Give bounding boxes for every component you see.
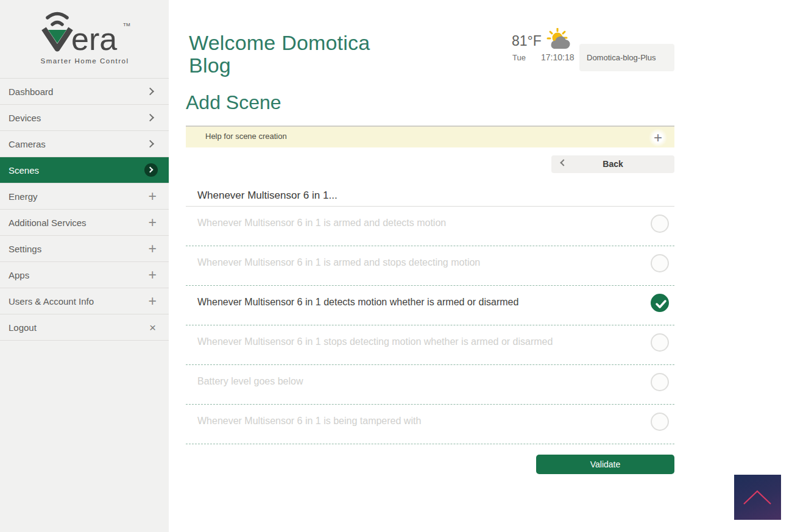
- sidebar-item-dashboard[interactable]: Dashboard: [0, 79, 169, 105]
- plus-icon: +: [149, 190, 157, 204]
- sidebar-item-label: Dashboard: [9, 87, 53, 97]
- trigger-option-row[interactable]: Whenever Multisensor 6 in 1 is being tam…: [186, 405, 674, 444]
- vera-app: era TM Smarter Home Control Dashboard De…: [0, 0, 792, 532]
- controller-selector[interactable]: Domotica-blog-Plus: [579, 44, 674, 71]
- chevron-right-icon: [146, 88, 154, 96]
- sidebar-item-label: Apps: [9, 270, 29, 280]
- back-button[interactable]: Back: [551, 155, 674, 173]
- radio-unselected-icon[interactable]: [651, 333, 669, 352]
- partly-cloudy-icon: [544, 28, 576, 52]
- trigger-option-label: Whenever Multisensor 6 in 1 is being tam…: [197, 416, 421, 427]
- wifi-arc-large: [48, 14, 67, 18]
- chevron-up-icon: [739, 483, 776, 508]
- chevron-right-icon: [146, 114, 154, 122]
- sidebar-item-label: Energy: [9, 191, 38, 202]
- clock-time: 17:10:18: [541, 52, 575, 62]
- logo-tagline: Smarter Home Control: [40, 57, 129, 65]
- chevron-right-circle-icon: [144, 163, 158, 177]
- trigger-option-label: Whenever Multisensor 6 in 1 detects moti…: [197, 297, 518, 308]
- sidebar-item-devices[interactable]: Devices: [0, 105, 169, 131]
- trigger-option-row[interactable]: Whenever Multisensor 6 in 1 stops detect…: [186, 325, 674, 365]
- trigger-option-label: Battery level goes below: [197, 376, 303, 387]
- help-accordion[interactable]: Help for scene creation +: [186, 126, 674, 147]
- wifi-arc-small: [52, 23, 62, 25]
- sidebar-item-users-account-info[interactable]: Users & Account Info +: [0, 288, 169, 314]
- sidebar-nav: Dashboard Devices Cameras Scenes Energy …: [0, 78, 169, 341]
- trigger-option-label: Whenever Multisensor 6 in 1 stops detect…: [197, 336, 553, 347]
- vera-logo-graphic: era TM Smarter Home Control: [36, 10, 133, 68]
- sidebar-item-cameras[interactable]: Cameras: [0, 131, 169, 157]
- welcome-title: Welcome Domotica Blog: [189, 32, 399, 77]
- plus-icon: +: [149, 268, 157, 282]
- radio-unselected-icon[interactable]: [651, 254, 669, 272]
- sidebar-item-settings[interactable]: Settings +: [0, 236, 169, 262]
- plus-icon: +: [149, 294, 157, 308]
- vera-logo: era TM Smarter Home Control: [0, 0, 169, 78]
- trigger-option-row[interactable]: Whenever Multisensor 6 in 1 is armed and…: [186, 207, 674, 246]
- radio-selected-check-icon[interactable]: [651, 294, 669, 312]
- radio-unselected-icon[interactable]: [651, 373, 669, 391]
- logo-tm: TM: [123, 22, 130, 27]
- sidebar-item-label: Settings: [9, 244, 41, 254]
- sidebar-item-scenes[interactable]: Scenes: [0, 157, 169, 183]
- sidebar-item-label: Scenes: [9, 165, 39, 176]
- help-accordion-label: Help for scene creation: [205, 132, 287, 141]
- plus-icon: +: [149, 216, 157, 230]
- validate-button[interactable]: Validate: [536, 455, 674, 474]
- check-icon: [655, 299, 667, 309]
- scroll-to-top-button[interactable]: [734, 475, 781, 520]
- sidebar-item-label: Logout: [9, 322, 37, 333]
- trigger-option-label: Whenever Multisensor 6 in 1 is armed and…: [197, 257, 480, 268]
- sidebar: era TM Smarter Home Control Dashboard De…: [0, 0, 169, 532]
- sidebar-item-label: Users & Account Info: [9, 296, 94, 307]
- trigger-section-title: Whenever Multisensor 6 in 1...: [197, 190, 338, 202]
- trigger-option-row[interactable]: Battery level goes below: [186, 365, 674, 405]
- trigger-option-row-selected[interactable]: Whenever Multisensor 6 in 1 detects moti…: [186, 286, 674, 325]
- sidebar-item-label: Devices: [9, 113, 41, 123]
- main-content: Welcome Domotica Blog 81°F Tue 17:10:18 …: [186, 0, 674, 532]
- sidebar-item-label: Cameras: [9, 139, 46, 149]
- expand-plus-icon[interactable]: +: [649, 129, 667, 147]
- chevron-right-icon: [146, 140, 154, 148]
- weekday-label: Tue: [512, 53, 526, 62]
- trigger-options-list: Whenever Multisensor 6 in 1 is armed and…: [186, 206, 674, 444]
- sidebar-item-apps[interactable]: Apps +: [0, 262, 169, 288]
- radio-unselected-icon[interactable]: [651, 413, 669, 431]
- plus-icon: +: [149, 242, 157, 256]
- weather-widget: 81°F: [509, 28, 582, 52]
- sidebar-item-energy[interactable]: Energy +: [0, 183, 169, 210]
- temperature-value: 81°F: [512, 33, 542, 49]
- sidebar-item-label: Additional Services: [9, 218, 87, 228]
- page-title: Add Scene: [186, 91, 281, 114]
- sidebar-item-logout[interactable]: Logout ×: [0, 314, 169, 341]
- trigger-option-row[interactable]: Whenever Multisensor 6 in 1 is armed and…: [186, 246, 674, 286]
- back-button-label: Back: [551, 159, 674, 169]
- sidebar-item-additional-services[interactable]: Additional Services +: [0, 210, 169, 236]
- radio-unselected-icon[interactable]: [651, 215, 669, 233]
- logo-brand-text: era: [71, 21, 117, 57]
- trigger-option-label: Whenever Multisensor 6 in 1 is armed and…: [197, 218, 446, 229]
- close-icon: ×: [149, 322, 156, 333]
